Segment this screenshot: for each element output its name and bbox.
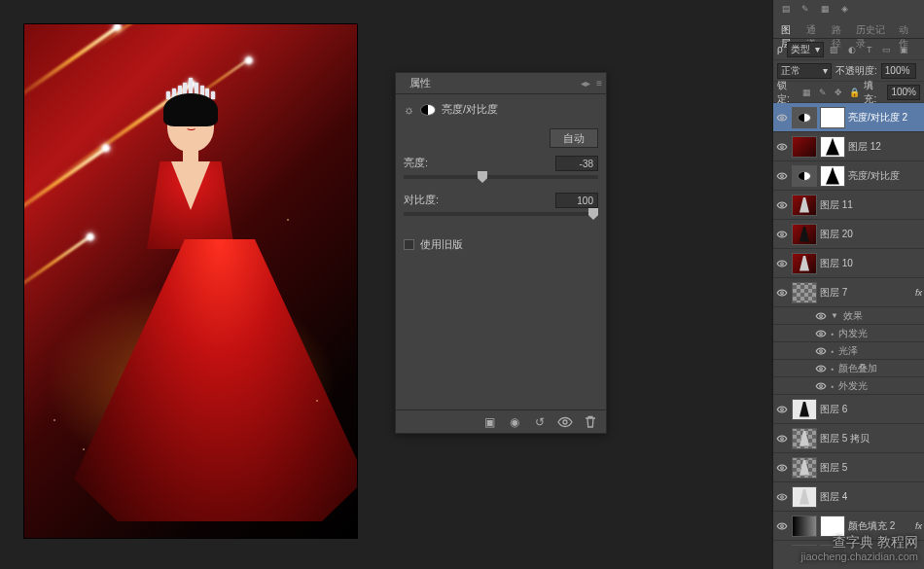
layer-mask-thumbnail[interactable] bbox=[820, 136, 845, 158]
visibility-toggle[interactable] bbox=[775, 286, 789, 300]
reset-icon[interactable]: ↺ bbox=[532, 414, 548, 430]
auto-button[interactable]: 自动 bbox=[550, 128, 598, 148]
layer-name[interactable]: 亮度/对比度 2 bbox=[848, 111, 922, 124]
lock-transparency-icon[interactable]: ▦ bbox=[800, 86, 812, 99]
tab-paths[interactable]: 路径 bbox=[832, 21, 849, 38]
layer-thumbnail[interactable] bbox=[792, 224, 817, 245]
trash-icon[interactable] bbox=[583, 414, 598, 430]
filter-pixel-icon[interactable]: ▨ bbox=[828, 43, 841, 56]
filter-smart-icon[interactable]: ▣ bbox=[898, 43, 911, 56]
layer-row[interactable]: 图层 12 bbox=[773, 132, 924, 161]
layer-thumbnail[interactable] bbox=[792, 516, 817, 537]
flyout-menu-icon[interactable]: ≡ bbox=[596, 78, 602, 89]
filter-text-icon[interactable]: T bbox=[863, 43, 876, 56]
layer-name[interactable]: 图层 12 bbox=[848, 140, 922, 154]
layer-name[interactable]: 图层 6 bbox=[820, 403, 922, 416]
visibility-toggle[interactable] bbox=[775, 198, 789, 212]
visibility-toggle[interactable] bbox=[775, 140, 789, 154]
visibility-toggle[interactable] bbox=[775, 403, 789, 416]
opacity-input[interactable]: 100% bbox=[881, 63, 916, 79]
visibility-toggle[interactable] bbox=[814, 344, 828, 358]
visibility-toggle[interactable] bbox=[775, 519, 789, 533]
lock-position-icon[interactable]: ✥ bbox=[833, 86, 844, 99]
layer-name[interactable]: 图层 4 bbox=[820, 490, 922, 504]
fx-badge[interactable]: fx bbox=[915, 521, 922, 531]
layer-mask-thumbnail[interactable] bbox=[820, 107, 845, 128]
layer-row[interactable]: 图层 7fx bbox=[773, 278, 924, 307]
visibility-toggle[interactable] bbox=[814, 309, 828, 323]
visibility-toggle[interactable] bbox=[775, 461, 789, 475]
effect-item[interactable]: ●光泽 bbox=[773, 342, 924, 360]
visibility-toggle[interactable] bbox=[775, 169, 789, 183]
tab-layers[interactable]: 图层 bbox=[781, 21, 799, 38]
visibility-toggle[interactable] bbox=[775, 490, 789, 504]
layer-row[interactable]: 图层 10 bbox=[773, 249, 924, 278]
effect-item[interactable]: ●颜色叠加 bbox=[773, 360, 924, 377]
fill-input[interactable]: 100% bbox=[887, 85, 920, 100]
layer-thumbnail[interactable] bbox=[792, 428, 817, 449]
brightness-slider[interactable] bbox=[404, 175, 598, 179]
layer-name[interactable]: 图层 11 bbox=[820, 198, 922, 212]
layer-mask-thumbnail[interactable] bbox=[820, 165, 845, 187]
legacy-checkbox[interactable] bbox=[404, 239, 414, 250]
layer-name[interactable]: 图层 5 拷贝 bbox=[820, 432, 922, 445]
layer-row[interactable]: 图层 11 bbox=[773, 191, 924, 220]
layer-name[interactable]: 亮度/对比度 bbox=[848, 169, 922, 183]
layer-thumbnail[interactable] bbox=[792, 399, 817, 420]
visibility-toggle[interactable] bbox=[814, 327, 828, 340]
layer-name[interactable]: 图层 20 bbox=[820, 228, 922, 241]
layer-name[interactable]: 图层 7 bbox=[820, 286, 922, 300]
visibility-toggle[interactable] bbox=[775, 257, 789, 270]
layer-row[interactable]: 图层 6 bbox=[773, 395, 924, 424]
layer-name[interactable]: 图层 10 bbox=[820, 257, 922, 270]
layer-row[interactable]: 图层 20 bbox=[773, 220, 924, 249]
layer-mask-thumbnail[interactable] bbox=[820, 516, 845, 537]
tool-preset-icon[interactable]: ▤ bbox=[779, 2, 793, 16]
layer-row[interactable]: 颜色填充 2fx bbox=[773, 512, 924, 541]
layer-thumbnail[interactable] bbox=[792, 136, 817, 158]
document-canvas[interactable]: ‿ bbox=[23, 23, 358, 539]
effect-item[interactable]: ●内发光 bbox=[773, 325, 924, 342]
visibility-toggle[interactable] bbox=[775, 111, 789, 124]
blend-mode-dropdown[interactable]: 正常▾ bbox=[777, 63, 832, 79]
layer-row[interactable]: 图层 5 bbox=[773, 453, 924, 482]
effects-header[interactable]: ▼效果 bbox=[773, 307, 924, 325]
layer-thumbnail[interactable] bbox=[792, 282, 817, 303]
layer-thumbnail[interactable] bbox=[792, 545, 817, 547]
clip-to-layer-icon[interactable]: ▣ bbox=[481, 414, 497, 430]
layer-row[interactable]: 图层 4 bbox=[773, 482, 924, 512]
effect-item[interactable]: ●外发光 bbox=[773, 377, 924, 395]
brush-icon[interactable]: ✎ bbox=[799, 2, 812, 16]
layer-thumbnail[interactable] bbox=[792, 165, 817, 187]
layer-thumbnail[interactable] bbox=[792, 253, 817, 274]
layer-name[interactable]: 图层 5 bbox=[820, 461, 922, 475]
layer-row[interactable]: 图层 5 拷贝 bbox=[773, 424, 924, 453]
contrast-slider-thumb[interactable] bbox=[588, 208, 598, 220]
tab-history[interactable]: 历史记录 bbox=[856, 21, 891, 38]
lock-all-icon[interactable]: 🔒 bbox=[848, 86, 860, 99]
layer-thumbnail[interactable] bbox=[792, 457, 817, 479]
tab-channels[interactable]: 通道 bbox=[806, 21, 824, 38]
layer-row[interactable]: 颜色填充 1 bbox=[773, 541, 924, 546]
contrast-value-input[interactable] bbox=[555, 193, 598, 208]
fx-badge[interactable]: fx bbox=[915, 288, 922, 298]
view-previous-icon[interactable]: ◉ bbox=[507, 414, 522, 430]
contrast-slider[interactable] bbox=[404, 212, 598, 216]
layer-thumbnail[interactable] bbox=[792, 107, 817, 128]
tab-actions[interactable]: 动作 bbox=[899, 21, 916, 38]
filter-shape-icon[interactable]: ▭ bbox=[880, 43, 894, 56]
layer-thumbnail[interactable] bbox=[792, 195, 817, 216]
layer-row[interactable]: 亮度/对比度 bbox=[773, 161, 924, 191]
swatch-icon[interactable]: ▦ bbox=[818, 2, 832, 16]
filter-adjust-icon[interactable]: ◐ bbox=[845, 43, 859, 56]
style-icon[interactable]: ◈ bbox=[837, 2, 851, 16]
collapse-icon[interactable]: ◂▸ bbox=[581, 78, 590, 89]
layer-row[interactable]: 亮度/对比度 2 bbox=[773, 103, 924, 132]
brightness-value-input[interactable] bbox=[555, 156, 598, 171]
visibility-toggle[interactable] bbox=[814, 379, 828, 393]
visibility-toggle[interactable] bbox=[775, 228, 789, 241]
visibility-toggle[interactable] bbox=[775, 432, 789, 445]
toggle-visibility-icon[interactable] bbox=[557, 414, 573, 430]
layer-name[interactable]: 颜色填充 2 bbox=[848, 519, 922, 533]
lock-pixels-icon[interactable]: ✎ bbox=[816, 86, 828, 99]
